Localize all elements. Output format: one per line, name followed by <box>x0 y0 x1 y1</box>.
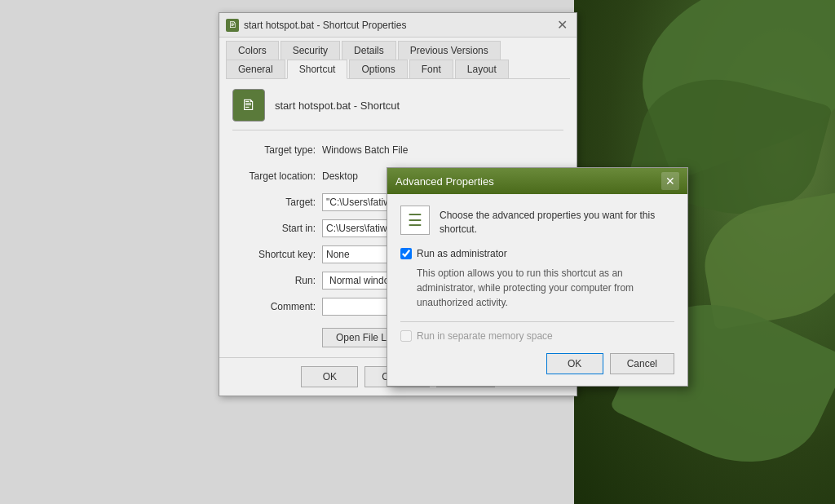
window-titlebar: 🖹 start hotspot.bat - Shortcut Propertie… <box>219 13 577 38</box>
titlebar-left: 🖹 start hotspot.bat - Shortcut Propertie… <box>226 19 406 32</box>
advanced-ok-button[interactable]: OK <box>546 353 603 374</box>
window-close-button[interactable]: ✕ <box>554 17 570 33</box>
advanced-dialog-titlebar: Advanced Properties ✕ <box>387 168 687 194</box>
dialog-divider <box>400 321 674 322</box>
value-target-location: Desktop <box>322 170 358 182</box>
label-target-location: Target location: <box>232 170 322 182</box>
tab-previous-versions[interactable]: Previous Versions <box>398 41 501 60</box>
property-header: 🖹 start hotspot.bat - Shortcut <box>232 89 563 130</box>
tab-shortcut[interactable]: Shortcut <box>287 60 348 79</box>
tabs-container: Colors Security Details Previous Version… <box>219 38 577 79</box>
tabs-row2: General Shortcut Options Font Layout <box>226 60 570 78</box>
tab-details[interactable]: Details <box>342 41 396 60</box>
advanced-dialog-header-text: Choose the advanced properties you want … <box>440 206 674 237</box>
label-comment: Comment: <box>232 301 322 312</box>
ok-button[interactable]: OK <box>301 366 358 387</box>
window-icon: 🖹 <box>226 19 239 32</box>
separate-memory-row: Run in separate memory space <box>400 330 674 342</box>
tab-colors[interactable]: Colors <box>226 41 279 60</box>
advanced-properties-dialog: Advanced Properties ✕ ☰ Choose the advan… <box>387 167 688 387</box>
tabs-row1: Colors Security Details Previous Version… <box>226 41 570 60</box>
label-run: Run: <box>232 275 322 286</box>
separate-memory-label: Run in separate memory space <box>417 330 553 342</box>
label-target-type: Target type: <box>232 144 322 156</box>
run-as-admin-row: Run as administrator <box>400 248 674 259</box>
run-as-admin-label: Run as administrator <box>417 248 507 259</box>
separate-memory-checkbox[interactable] <box>400 330 412 342</box>
run-as-admin-description: This option allows you to run this short… <box>417 266 674 310</box>
tab-security[interactable]: Security <box>281 41 340 60</box>
window-title: start hotspot.bat - Shortcut Properties <box>244 20 406 31</box>
run-as-admin-checkbox[interactable] <box>400 248 412 259</box>
tab-layout[interactable]: Layout <box>455 60 509 78</box>
tab-font[interactable]: Font <box>409 60 453 78</box>
list-icon: ☰ <box>408 210 422 230</box>
label-shortcut-key: Shortcut key: <box>232 249 322 260</box>
tab-general[interactable]: General <box>226 60 285 78</box>
value-target-type: Windows Batch File <box>322 144 408 156</box>
label-target: Target: <box>232 197 322 208</box>
advanced-dialog-buttons: OK Cancel <box>400 348 674 374</box>
advanced-dialog-header-icon: ☰ <box>400 206 430 235</box>
property-title: start hotspot.bat - Shortcut <box>275 99 400 112</box>
advanced-dialog-title: Advanced Properties <box>395 175 494 188</box>
property-icon: 🖹 <box>232 89 265 122</box>
advanced-dialog-close-button[interactable]: ✕ <box>661 172 679 190</box>
advanced-cancel-button[interactable]: Cancel <box>610 353 674 374</box>
tab-options[interactable]: Options <box>349 60 407 78</box>
field-target-type: Target type: Windows Batch File <box>232 140 563 160</box>
advanced-dialog-header: ☰ Choose the advanced properties you wan… <box>400 206 674 237</box>
advanced-dialog-content: ☰ Choose the advanced properties you wan… <box>387 194 687 386</box>
label-start-in: Start in: <box>232 223 322 234</box>
